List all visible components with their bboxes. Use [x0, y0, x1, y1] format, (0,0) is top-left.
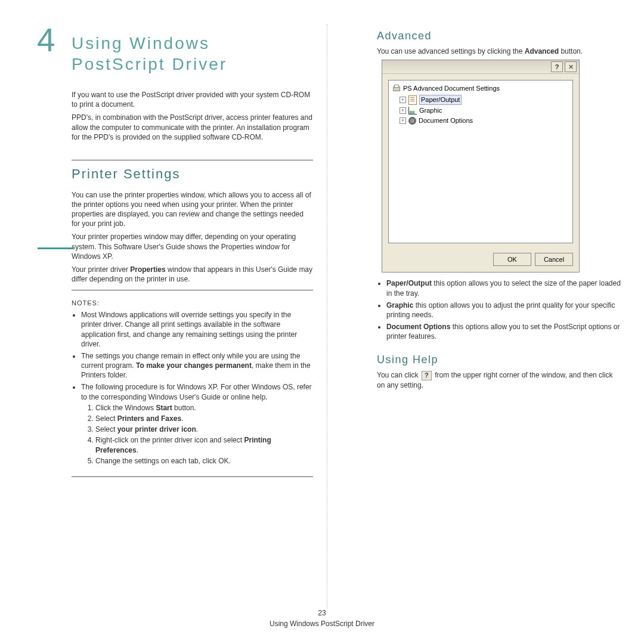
expand-icon[interactable]: + [400, 97, 406, 103]
tree-item-3-label: Document Options [419, 116, 473, 125]
s3a: Select [95, 425, 117, 434]
advanced-intro: You can use advanced settings by clickin… [377, 47, 621, 56]
using-help-heading: Using Help [377, 352, 621, 367]
tree-item-paper-output[interactable]: + Paper/Output [400, 95, 569, 105]
ps-p3-a: Your printer driver [72, 265, 130, 274]
chapter-number: 4 [37, 21, 55, 59]
adv2a: Graphic [386, 301, 413, 309]
dialog-titlebar: ? ✕ [382, 60, 579, 74]
note-bullet-1: Most Windows applications will override … [81, 310, 313, 349]
page-icon [408, 95, 417, 105]
page-number: 23 [0, 608, 644, 618]
note-bullet-2: The settings you change remain in effect… [81, 351, 313, 380]
adv-intro-c: button. [559, 47, 583, 55]
ps-para-3: Your printer driver Properties window th… [72, 265, 313, 284]
step-4: Right-click on the printer driver icon a… [95, 435, 313, 454]
gear-icon [408, 117, 416, 125]
tree-root[interactable]: PS Advanced Document Settings [392, 84, 569, 93]
tree-item-1-label: Paper/Output [419, 95, 462, 105]
adv3a: Document Options [386, 323, 450, 331]
adv-intro-a: You can use advanced settings by clickin… [377, 47, 525, 55]
help-glyph: ? [555, 63, 559, 72]
adv-intro-b: Advanced [525, 47, 559, 55]
chapter-title: Using Windows PostScript Driver [72, 33, 227, 75]
footer-caption: Using Windows PostScript Driver [0, 618, 644, 629]
section-accent-bar [38, 247, 73, 249]
note-bullet-3: The following procedure is for Windows X… [81, 382, 313, 466]
s2a: Select [95, 414, 117, 423]
cancel-button[interactable]: Cancel [535, 253, 573, 266]
adv1a: Paper/Output [386, 279, 432, 287]
adv-opt-docopt: Document Options this options allow you … [386, 322, 621, 341]
tree-item-graphic[interactable]: + Graphic [400, 106, 569, 115]
s4c: . [137, 446, 138, 454]
s2c: . [181, 414, 183, 423]
ps-p3-b: Properties [130, 265, 165, 274]
intro-paragraph-2: PPD's, in combination with the PostScrip… [72, 113, 313, 142]
note3-text: The following procedure is for Windows X… [81, 383, 312, 401]
step-2: Select Printers and Faxes. [95, 414, 313, 423]
help-icon: ? [422, 371, 432, 380]
ps-para-1: You can use the printer properties windo… [72, 190, 313, 229]
s3c: . [196, 425, 198, 434]
chapter-title-line1: Using Windows [72, 34, 210, 52]
tree-root-label: PS Advanced Document Settings [403, 84, 500, 93]
s2b: Printers and Faxes [117, 414, 181, 423]
printer-settings-heading: Printer Settings [72, 165, 313, 183]
help-text-a: You can click [377, 371, 420, 379]
note2-b: To make your changes permanent [136, 361, 252, 370]
settings-tree: PS Advanced Document Settings + Paper/Ou… [388, 80, 573, 243]
ps-para-2: Your printer properties window may diffe… [72, 232, 313, 261]
adv-opt-paper: Paper/Output this option allows you to s… [386, 278, 621, 298]
dialog-buttons: OK Cancel [382, 249, 579, 272]
ok-button[interactable]: OK [493, 253, 531, 266]
s1b: Start [156, 404, 172, 412]
notes-block: NOTES: Most Windows applications will ov… [72, 290, 313, 477]
expand-icon[interactable]: + [400, 107, 406, 114]
tree-item-doc-options[interactable]: + Document Options [400, 116, 569, 125]
step-1: Click the Windows Start button. [95, 403, 313, 413]
dialog-help-button[interactable]: ? [551, 61, 563, 72]
s1a: Click the Windows [95, 404, 156, 412]
chapter-title-line2: PostScript Driver [72, 55, 227, 73]
advanced-settings-dialog: ? ✕ PS Advanced Document Settings + Pape… [382, 60, 580, 273]
adv-opt-graphic: Graphic this option allows you to adjust… [386, 301, 621, 320]
close-glyph: ✕ [568, 63, 574, 72]
s4a: Right-click on the printer driver icon a… [95, 436, 244, 444]
notes-label: NOTES: [72, 299, 313, 308]
using-help-text: You can click ? from the upper right cor… [377, 370, 621, 390]
expand-icon[interactable]: + [400, 117, 406, 124]
column-divider [327, 24, 327, 608]
section-rule [72, 160, 313, 160]
s1c: button. [172, 404, 196, 412]
dialog-close-button[interactable]: ✕ [565, 61, 577, 72]
step-3: Select your printer driver icon. [95, 425, 313, 434]
advanced-heading: Advanced [377, 29, 621, 43]
chart-icon [408, 107, 417, 114]
printer-icon [392, 85, 401, 92]
intro-paragraph-1: If you want to use the PostScript driver… [72, 90, 313, 109]
step-5: Change the settings on each tab, click O… [95, 456, 313, 466]
tree-item-2-label: Graphic [419, 106, 442, 115]
page-footer: 23 Using Windows PostScript Driver [0, 608, 644, 629]
s3b: your printer driver icon [117, 425, 196, 434]
adv2b: this option allows you to adjust the pri… [386, 301, 615, 319]
